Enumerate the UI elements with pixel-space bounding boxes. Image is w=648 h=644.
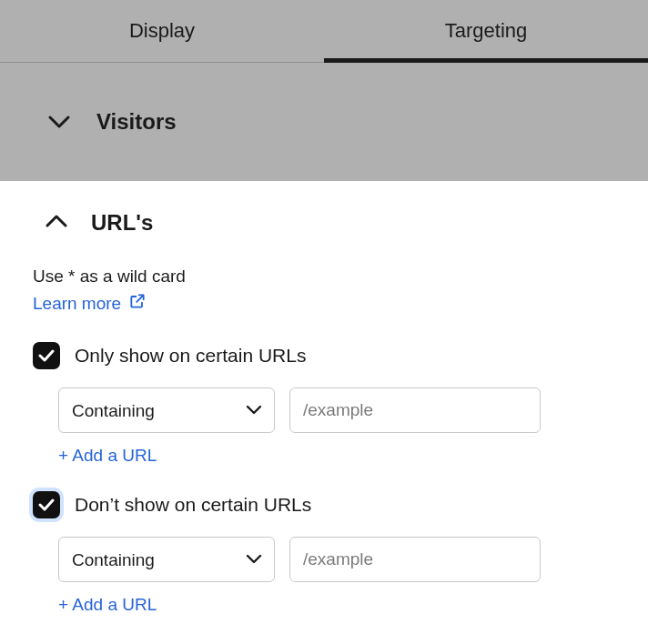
section-urls: URL's Use * as a wild card Learn more On… [0,181,648,624]
learn-more-label: Learn more [33,294,121,314]
only-mode-select[interactable]: Containing [58,387,275,433]
tab-targeting[interactable]: Targeting [324,0,648,62]
tab-targeting-label: Targeting [445,19,528,43]
only-show-rule: Only show on certain URLs Containing + A… [33,342,615,475]
only-show-checkbox[interactable] [33,342,60,369]
section-visitors-header[interactable]: Visitors [0,63,648,181]
dont-show-checkbox[interactable] [33,491,60,518]
only-show-label: Only show on certain URLs [75,345,306,367]
dont-mode-select[interactable]: Containing [58,537,275,582]
dont-url-input[interactable] [289,537,541,582]
dont-mode-select-wrap: Containing [58,537,275,582]
section-urls-title: URL's [91,210,153,236]
tab-display[interactable]: Display [0,0,324,62]
wildcard-helper-text: Use * as a wild card [33,267,615,287]
external-link-icon [128,292,147,315]
tabs-container: Display Targeting [0,0,648,63]
learn-more-link[interactable]: Learn more [33,292,147,315]
chevron-down-icon [46,108,73,136]
only-add-url-button[interactable]: + Add a URL [58,446,157,475]
only-url-input[interactable] [289,387,541,433]
tab-display-label: Display [129,19,195,43]
dont-show-rule: Don’t show on certain URLs Containing + … [33,491,615,624]
dont-show-label: Don’t show on certain URLs [75,494,311,516]
chevron-up-icon [46,215,67,231]
dont-add-url-button[interactable]: + Add a URL [58,595,157,624]
only-mode-select-wrap: Containing [58,387,275,433]
section-urls-header[interactable]: URL's [33,210,615,236]
section-visitors-title: Visitors [96,109,177,135]
